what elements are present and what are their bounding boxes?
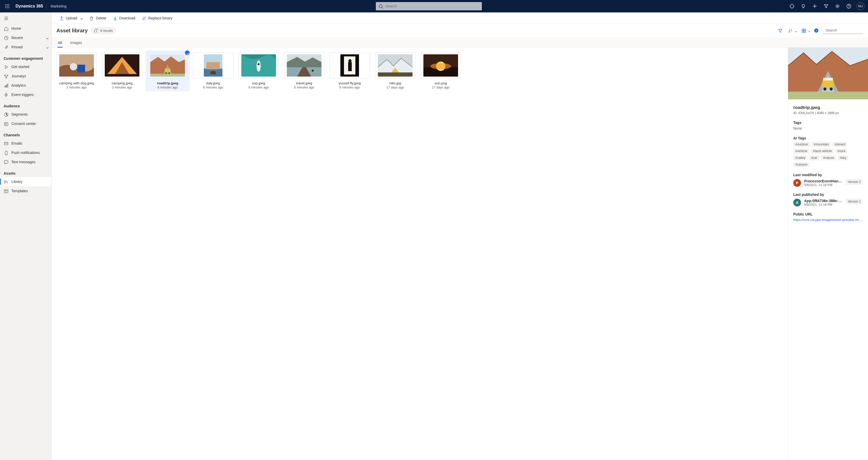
asset-time: 6 minutes ago bbox=[203, 86, 223, 89]
upload-button[interactable]: Upload bbox=[56, 14, 85, 22]
add-icon[interactable] bbox=[810, 0, 820, 12]
ai-tag[interactable]: #car bbox=[809, 155, 819, 160]
ai-tag[interactable]: #canyon bbox=[793, 162, 810, 167]
svg-rect-55 bbox=[207, 62, 220, 69]
details-hero-image bbox=[788, 48, 868, 99]
svg-point-76 bbox=[824, 87, 827, 91]
nav-item-text-messages[interactable]: Text messages bbox=[0, 157, 52, 166]
global-search-input[interactable] bbox=[385, 4, 479, 8]
delete-button[interactable]: Delete bbox=[86, 14, 108, 22]
asset-thumbnail bbox=[102, 52, 142, 79]
nav-item-home[interactable]: Home bbox=[0, 24, 52, 33]
asset-name: hills.jpg bbox=[389, 81, 401, 85]
asset-card[interactable]: hills.jpg 17 days ago bbox=[375, 52, 415, 89]
ai-tag[interactable]: #vehicle bbox=[793, 149, 809, 154]
ai-tag[interactable]: #rock bbox=[835, 149, 847, 154]
asset-name: camping with dog.jpeg bbox=[59, 81, 94, 85]
tab-images[interactable]: Images bbox=[70, 38, 83, 47]
public-url-link[interactable]: https://cms-us-ppe-imageresizer-preview-… bbox=[793, 218, 863, 222]
info-badge[interactable]: i bbox=[814, 28, 818, 33]
ai-tag[interactable]: #land vehicle bbox=[811, 149, 834, 154]
nav-item-label: Segments bbox=[11, 112, 28, 116]
ai-tag[interactable]: #nature bbox=[821, 155, 836, 160]
replace-label: Replace binary bbox=[148, 16, 172, 20]
asset-card[interactable]: roadtrip.jpeg 6 minutes ago bbox=[148, 52, 188, 89]
svg-point-77 bbox=[830, 87, 833, 91]
asset-name: sup.jpeg bbox=[252, 81, 265, 85]
download-button[interactable]: Download bbox=[110, 14, 138, 22]
asset-name: travel.jpeg bbox=[296, 81, 312, 85]
asset-card[interactable]: travel.jpeg 6 minutes ago bbox=[284, 52, 324, 89]
ai-tag[interactable]: #sky bbox=[838, 155, 848, 160]
nav-item-recent[interactable]: Recent bbox=[0, 33, 52, 42]
sort-button[interactable] bbox=[787, 27, 797, 34]
nav-toggle-button[interactable] bbox=[0, 12, 52, 24]
nav-item-label: Home bbox=[11, 26, 21, 31]
asset-card[interactable]: camping with dog.jpeg 3 minutes ago bbox=[56, 52, 97, 89]
nav-item-label: Text messages bbox=[11, 160, 35, 164]
details-id-line: ID: IDNLAxOS | 4085 x 2888 px bbox=[793, 111, 863, 115]
modifier-name: ProcessorEventHandling bbox=[804, 179, 843, 183]
asset-time: 3 minutes ago bbox=[66, 86, 87, 89]
tab-all[interactable]: All bbox=[57, 38, 63, 47]
asset-thumbnail bbox=[284, 52, 324, 79]
details-filename: roadtrip.jpeg bbox=[793, 105, 863, 110]
nav-item-event-triggers[interactable]: Event triggers bbox=[0, 90, 52, 99]
view-switcher[interactable] bbox=[801, 27, 811, 34]
ai-tag[interactable]: #desert bbox=[833, 142, 847, 147]
nav-item-analytics[interactable]: Analytics bbox=[0, 81, 52, 90]
user-avatar[interactable]: NU bbox=[857, 2, 864, 10]
app-launcher-button[interactable] bbox=[2, 0, 12, 12]
asset-card[interactable]: italy.jpeg 6 minutes ago bbox=[193, 52, 233, 89]
nav-item-label: Pinned bbox=[11, 45, 23, 49]
ai-tag[interactable]: #outdoor bbox=[793, 142, 810, 147]
nav-item-journeys[interactable]: Journeys bbox=[0, 71, 52, 81]
nav-item-pinned[interactable]: Pinned bbox=[0, 42, 52, 52]
nav-item-consent-center[interactable]: Consent center bbox=[0, 119, 52, 128]
ai-tag[interactable]: #mountain bbox=[812, 142, 831, 147]
svg-rect-49 bbox=[165, 68, 170, 73]
results-pill: 9 results bbox=[91, 27, 116, 34]
modifier-version: Version 2 bbox=[846, 179, 863, 185]
assistant-icon[interactable] bbox=[787, 0, 797, 12]
svg-rect-67 bbox=[378, 72, 412, 76]
nav-item-emails[interactable]: Emails bbox=[0, 139, 52, 148]
asset-thumbnail bbox=[56, 52, 97, 79]
asset-time: 6 minutes ago bbox=[249, 86, 269, 89]
page-titlebar: Asset library 9 results i bbox=[52, 24, 868, 37]
product-label[interactable]: Marketing bbox=[46, 4, 71, 8]
asset-card[interactable]: yousef-fly.jpeg 6 minutes ago bbox=[330, 52, 370, 89]
filter-icon[interactable] bbox=[821, 0, 831, 12]
delete-label: Delete bbox=[96, 16, 106, 20]
replace-binary-button[interactable]: Replace binary bbox=[139, 14, 175, 22]
nav-item-library[interactable]: Library bbox=[0, 177, 52, 186]
nav-item-get-started[interactable]: Get started bbox=[0, 62, 52, 71]
publisher-name: App-0f84736e-388e-4d3a-a… bbox=[804, 199, 843, 203]
asset-name: roadtrip.jpeg bbox=[157, 81, 179, 85]
nav-item-label: Push notifications bbox=[11, 151, 40, 155]
global-search[interactable] bbox=[376, 2, 482, 10]
nav-item-label: Event triggers bbox=[11, 93, 34, 97]
svg-point-58 bbox=[258, 63, 260, 65]
filter-button[interactable] bbox=[776, 27, 784, 34]
nav-item-label: Consent center bbox=[11, 122, 36, 126]
svg-point-61 bbox=[312, 70, 314, 72]
help-icon[interactable] bbox=[844, 0, 854, 12]
nav-item-push-notifications[interactable]: Push notifications bbox=[0, 148, 52, 157]
nav-group-audience: Audience bbox=[0, 99, 52, 110]
library-search[interactable] bbox=[822, 27, 863, 34]
svg-point-57 bbox=[256, 60, 261, 72]
ai-tag[interactable]: #valley bbox=[793, 155, 807, 160]
settings-icon[interactable] bbox=[832, 0, 843, 12]
nav-item-segments[interactable]: Segments bbox=[0, 110, 52, 119]
ideas-icon[interactable] bbox=[798, 0, 808, 12]
asset-card[interactable]: camping.jpeg 3 minutes ago bbox=[102, 52, 142, 89]
asset-card[interactable]: sun.png 27 days ago bbox=[421, 52, 461, 89]
nav-item-label: Emails bbox=[11, 141, 22, 145]
asset-thumbnail bbox=[148, 52, 188, 79]
public-url-heading: Public URL bbox=[793, 212, 863, 216]
nav-item-templates[interactable]: Templates bbox=[0, 186, 52, 195]
library-search-input[interactable] bbox=[825, 28, 868, 33]
svg-rect-74 bbox=[823, 80, 834, 88]
asset-card[interactable]: sup.jpeg 6 minutes ago bbox=[239, 52, 279, 89]
